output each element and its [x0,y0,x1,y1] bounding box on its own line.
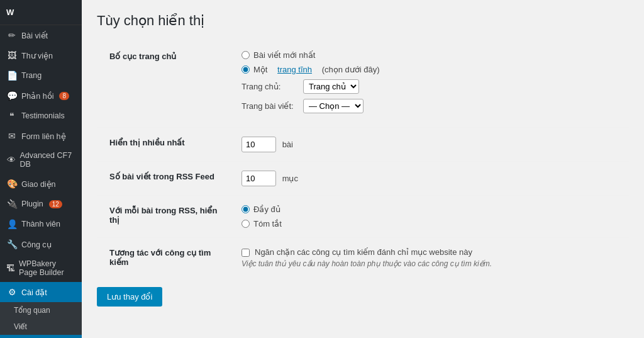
so-bai-viet-rss-row: Số bài viết trong RSS Feed mục [97,162,629,196]
sidebar-item-bai-viet[interactable]: ✏ Bài viết [0,25,82,45]
rss-hien-thi-row: Với mỗi bài trong RSS, hiển thị Đầy đủ T… [97,196,629,238]
user-icon: 👤 [6,219,18,229]
tuong-tac-checkbox-label: Ngăn chặn các công cụ tìm kiếm đánh chỉ … [255,247,472,257]
sidebar-item-trang[interactable]: 📄 Trang [0,65,82,86]
settings-form-table: Bố cục trang chủ Bài viết mới nhất Một t… [97,42,629,277]
submenu-viet[interactable]: Viết [0,318,82,335]
rss-day-du-option[interactable]: Đầy đủ [242,205,623,214]
phan-hoi-badge: 8 [59,92,69,100]
tuong-tac-td: Ngăn chặn các công cụ tìm kiếm đánh chỉ … [235,238,629,278]
submenu-doc[interactable]: Đọc [0,335,82,338]
rss-day-du-input[interactable] [242,205,250,213]
bo-cuc-row: Bố cục trang chủ Bài viết mới nhất Một t… [97,42,629,128]
tools-icon: 🔧 [6,239,18,249]
save-button[interactable]: Lưu thay đổi [97,287,162,307]
radio-bai-viet-input[interactable] [242,51,250,59]
plugin-badge: 12 [49,200,62,208]
sidebar-item-cong-cu[interactable]: 🔧 Công cụ [0,234,82,254]
rss-tom-tat-option[interactable]: Tóm tắt [242,219,623,228]
so-bai-viet-rss-td: mục [235,162,629,196]
tuong-tac-label: Tương tác với công cụ tìm kiếm [97,238,235,278]
media-icon: 🖼 [6,50,18,60]
sidebar-item-testimonials[interactable]: ❝ Testimonials [0,106,82,126]
trang-chu-select[interactable]: Trang chủ [303,79,359,94]
page-icon: 📄 [6,70,18,81]
mail-icon: ✉ [6,131,18,141]
so-bai-viet-rss-unit: mục [282,174,298,183]
trang-chu-label: Trang chủ: [242,82,298,91]
sidebar-item-plugin[interactable]: 🔌 Plugin 12 [0,194,82,214]
plugin-icon: 🔌 [6,199,18,209]
bo-cuc-label: Bố cục trang chủ [97,42,235,128]
main-content: Tùy chọn hiển thị Bố cục trang chủ Bài v… [82,0,644,338]
rss-radio-group: Đầy đủ Tóm tắt [242,205,623,228]
eye-icon: 👁 [6,155,16,165]
sidebar-item-cai-dat[interactable]: ⚙ Cài đặt [0,282,82,302]
sidebar-item-advanced-cf7[interactable]: 👁 Advanced CF7 DB [0,146,82,174]
tuong-tac-help-text: Việc tuân thủ yêu cầu này hoàn toàn phụ … [242,259,623,268]
sidebar-item-thanh-vien[interactable]: 👤 Thành viên [0,214,82,234]
bo-cuc-options: Bài viết mới nhất Một trang tĩnh (chọn d… [235,42,629,128]
sidebar-item-giao-dien[interactable]: 🎨 Giao diện [0,174,82,194]
sidebar-item-wpbakery[interactable]: 🏗 WPBakery Page Builder [0,254,82,282]
trang-tinh-sub-options: Trang chủ: Trang chủ Trang bài viết: — C… [242,79,623,113]
content-area: Tùy chọn hiển thị Bố cục trang chủ Bài v… [82,0,644,338]
sidebar: W ✏ Bài viết 🖼 Thư viện 📄 Trang 💬 Phản h… [0,0,82,338]
sidebar-item-phan-hoi[interactable]: 💬 Phản hồi 8 [0,86,82,106]
hien-thi-nhieu-nhat-unit: bài [282,140,293,149]
appearance-icon: 🎨 [6,179,18,189]
radio-bai-viet-moi-nhat[interactable]: Bài viết mới nhất [242,50,623,60]
so-bai-viet-rss-label: Số bài viết trong RSS Feed [97,162,235,196]
trang-bai-viet-select[interactable]: — Chọn — [303,99,364,113]
trang-bai-viet-row: Trang bài viết: — Chọn — [242,99,623,113]
trang-chu-row: Trang chủ: Trang chủ [242,79,623,94]
trang-bai-viet-label: Trang bài viết: [242,101,298,111]
tuong-tac-checkbox[interactable] [242,249,250,257]
comment-icon: 💬 [6,91,18,101]
hien-thi-nhieu-nhat-input[interactable] [242,137,276,152]
trang-tinh-link[interactable]: trang tĩnh [277,65,312,74]
submenu-tong-quan[interactable]: Tổng quan [0,302,82,318]
tuong-tac-row: Tương tác với công cụ tìm kiếm Ngăn chặn… [97,238,629,278]
hien-thi-nhieu-nhat-label: Hiển thị nhiều nhất [97,128,235,162]
edit-icon: ✏ [6,30,18,40]
rss-hien-thi-td: Đầy đủ Tóm tắt [235,196,629,238]
rss-hien-thi-label: Với mỗi bài trong RSS, hiển thị [97,196,235,238]
sidebar-logo: W [0,0,82,25]
sidebar-item-thu-vien[interactable]: 🖼 Thư viện [0,45,82,65]
settings-icon: ⚙ [6,287,18,297]
bo-cuc-radio-group: Bài viết mới nhất Một trang tĩnh (chọn d… [242,50,623,74]
radio-trang-tinh-input[interactable] [242,65,250,74]
hien-thi-nhieu-nhat-row: Hiển thị nhiều nhất bài [97,128,629,162]
builder-icon: 🏗 [6,263,15,273]
radio-mot-trang-tinh[interactable]: Một trang tĩnh (chọn dưới đây) [242,65,623,74]
rss-tom-tat-input[interactable] [242,220,250,228]
sidebar-item-form-lien-he[interactable]: ✉ Form liên hệ [0,126,82,146]
tuong-tac-checkbox-row: Ngăn chặn các công cụ tìm kiếm đánh chỉ … [242,247,623,257]
settings-submenu: Tổng quan Viết Đọc Thảo luận Thư viện Đư… [0,302,82,338]
hien-thi-nhieu-nhat-td: bài [235,128,629,162]
so-bai-viet-rss-input[interactable] [242,171,276,186]
page-title: Tùy chọn hiển thị [97,13,629,29]
testimonial-icon: ❝ [6,111,18,121]
